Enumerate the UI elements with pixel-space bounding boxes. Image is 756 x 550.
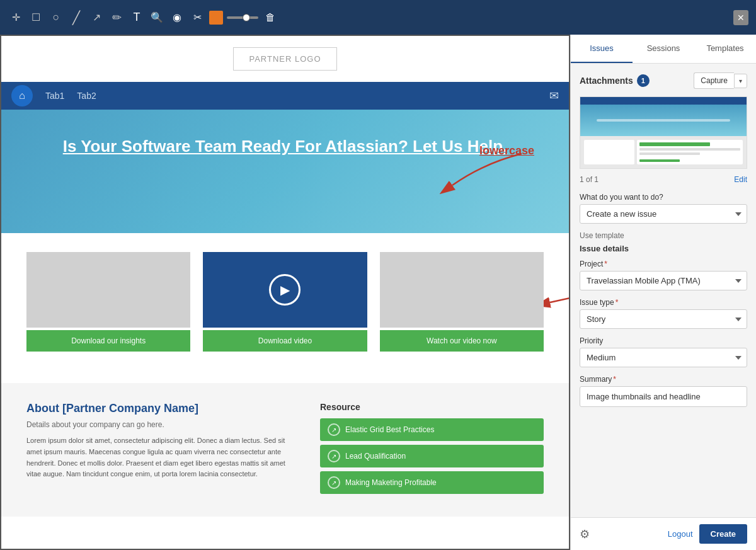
zoom-icon[interactable]: 🔍 xyxy=(149,9,165,26)
panel-body: Attachments 1 Capture ▾ xyxy=(571,64,756,517)
capture-button-group: Capture ▾ xyxy=(694,72,747,89)
crosshair-icon[interactable]: ✛ xyxy=(8,9,24,26)
hero-section: Is Your Software Team Ready For Atlassia… xyxy=(1,110,569,233)
arrow-icon[interactable]: ↗ xyxy=(88,9,105,26)
main-area: PARTNER LOGO ⌂ Tab1 Tab2 ✉ Is Your Softw… xyxy=(0,35,756,550)
issue-type-label: Issue type xyxy=(580,298,747,307)
card-3-thumb xyxy=(380,252,544,328)
resource-icon-2: ↗ xyxy=(328,450,340,462)
issue-type-select[interactable]: Story Bug Task Epic xyxy=(580,309,747,329)
pagination-row: 1 of 1 Edit xyxy=(580,175,747,184)
card-3: Watch our video now add thumbnails xyxy=(380,252,544,352)
nav-tab1[interactable]: Tab1 xyxy=(45,88,64,103)
summary-label: Summary xyxy=(580,375,747,384)
about-subtitle: Details about your company can go here. xyxy=(26,420,295,429)
card-1-button[interactable]: Download our insights xyxy=(26,330,190,352)
tab-sessions[interactable]: Sessions xyxy=(633,35,694,63)
attachments-label: Attachments 1 xyxy=(580,74,650,87)
attachments-badge: 1 xyxy=(637,74,650,87)
card-2-button[interactable]: Download video xyxy=(203,330,367,352)
logout-link[interactable]: Logout xyxy=(668,529,693,539)
edit-link[interactable]: Edit xyxy=(734,175,747,184)
nav-tab2[interactable]: Tab2 xyxy=(77,88,96,103)
canvas-area: PARTNER LOGO ⌂ Tab1 Tab2 ✉ Is Your Softw… xyxy=(0,35,570,550)
project-select[interactable]: Travelassian Mobile App (TMA) Other Proj… xyxy=(580,271,747,290)
action-select[interactable]: Create a new issue Update an issue Link … xyxy=(580,204,747,224)
resource-col: Resource ↗ Elastic Grid Best Practices ↗… xyxy=(320,402,544,498)
tab-issues[interactable]: Issues xyxy=(571,35,633,63)
toolbar: ✛ ☐ ○ ╱ ↗ ✏ T 🔍 ◉ ✂ 🗑 ✕ xyxy=(0,0,756,35)
about-col: About [Partner Company Name] Details abo… xyxy=(26,402,295,498)
card-1: Download our insights xyxy=(26,252,190,352)
project-label: Project xyxy=(580,260,747,268)
trash-icon[interactable]: 🗑 xyxy=(262,9,278,26)
resource-item-1[interactable]: ↗ Elastic Grid Best Practices xyxy=(320,418,544,441)
gear-icon[interactable]: ⚙ xyxy=(580,527,590,541)
resource-title: Resource xyxy=(320,402,544,412)
nav-bar: ⌂ Tab1 Tab2 ✉ xyxy=(1,82,569,110)
slider[interactable] xyxy=(227,16,258,19)
hero-annotation-text: lowercase xyxy=(479,144,534,158)
attachment-thumbnail xyxy=(580,96,747,169)
nav-email-icon[interactable]: ✉ xyxy=(549,89,559,103)
priority-label: Priority xyxy=(580,336,747,345)
priority-select[interactable]: Low Medium High Critical xyxy=(580,348,747,367)
color-picker[interactable] xyxy=(209,11,223,25)
partner-logo: PARTNER LOGO xyxy=(233,47,336,71)
cards-row: Download our insights ▶ Download video W… xyxy=(26,252,544,352)
card-annotation-arrow xyxy=(544,277,570,309)
card-1-thumb xyxy=(26,252,190,328)
template-label: Use template xyxy=(580,231,747,240)
text-icon[interactable]: T xyxy=(129,9,145,26)
close-button[interactable]: ✕ xyxy=(733,10,748,25)
thumb-nav xyxy=(580,97,747,105)
panel-tabs: Issues Sessions Templates xyxy=(571,35,756,64)
capture-main-button[interactable]: Capture xyxy=(694,72,734,89)
capture-dropdown-button[interactable]: ▾ xyxy=(734,74,747,88)
crop-icon[interactable]: ✂ xyxy=(189,9,205,26)
canvas-header: PARTNER LOGO xyxy=(1,36,569,82)
card-annotation: add thumbnails xyxy=(544,277,570,311)
resource-item-2[interactable]: ↗ Lead Qualification xyxy=(320,445,544,467)
attachments-row: Attachments 1 Capture ▾ xyxy=(580,72,747,89)
summary-input[interactable] xyxy=(580,386,747,407)
ellipse-icon[interactable]: ○ xyxy=(48,9,64,26)
card-2: ▶ Download video xyxy=(203,252,367,352)
card-2-thumb: ▶ xyxy=(203,252,367,328)
tab-templates[interactable]: Templates xyxy=(694,35,756,63)
about-body: Lorem ipsum dolor sit amet, consectetur … xyxy=(26,435,295,479)
card-3-button[interactable]: Watch our video now xyxy=(380,330,544,352)
create-button[interactable]: Create xyxy=(699,524,747,544)
rectangle-icon[interactable]: ☐ xyxy=(28,9,44,26)
resource-icon-3: ↗ xyxy=(328,476,340,489)
play-button[interactable]: ▶ xyxy=(269,274,301,306)
line-icon[interactable]: ╱ xyxy=(68,9,84,26)
resource-item-3[interactable]: ↗ Making Maketing Profitable xyxy=(320,471,544,494)
issue-details-title: Issue details xyxy=(580,244,747,253)
thumbnail-image xyxy=(580,97,747,168)
hero-annotation: lowercase xyxy=(433,144,534,195)
pen-icon[interactable]: ✏ xyxy=(108,9,125,26)
right-panel: Issues Sessions Templates Attachments 1 xyxy=(570,35,756,550)
about-title: About [Partner Company Name] xyxy=(26,402,295,415)
panel-footer: ⚙ Logout Create xyxy=(571,517,756,550)
bottom-section: About [Partner Company Name] Details abo… xyxy=(1,383,569,517)
eyedropper-icon[interactable]: ◉ xyxy=(169,9,185,26)
cards-section: Download our insights ▶ Download video W… xyxy=(1,233,569,383)
resource-icon-1: ↗ xyxy=(328,423,340,436)
nav-home-icon[interactable]: ⌂ xyxy=(11,85,33,106)
action-label: What do you want to do? xyxy=(580,193,747,202)
page-info: 1 of 1 xyxy=(580,175,598,184)
